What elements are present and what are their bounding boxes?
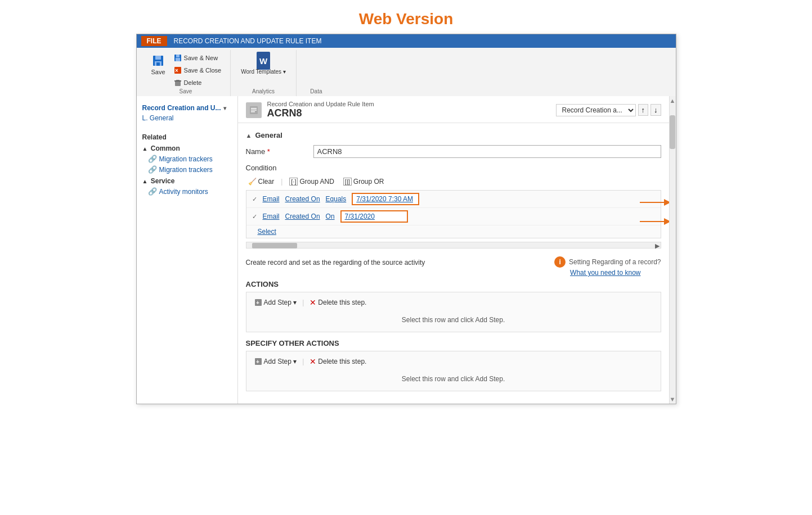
ribbon-analytics-buttons: W Word Templates ▾: [237, 52, 289, 88]
svg-rect-3: [156, 62, 160, 66]
general-section-header: ▲ General: [246, 131, 661, 139]
data-group-label: Data: [310, 88, 322, 96]
horizontal-scrollbar[interactable]: ▶: [246, 242, 661, 249]
actions-placeholder: Select this row and click Add Step.: [252, 313, 655, 327]
info-link[interactable]: What you need to know: [570, 269, 640, 277]
actions-label: ACTIONS: [246, 280, 661, 288]
record-name: ACRN8: [267, 107, 374, 119]
clear-icon: 🧹: [248, 178, 257, 186]
name-input[interactable]: [313, 145, 661, 158]
name-field-row: Name: [246, 145, 661, 158]
sidebar-item-activity-monitors[interactable]: 🔗 Activity monitors: [137, 186, 237, 197]
svg-text:×: ×: [175, 67, 178, 74]
save-close-icon: ×: [173, 66, 182, 75]
specify-divider-1: |: [302, 358, 304, 365]
service-collapse-icon[interactable]: ▲: [142, 178, 148, 184]
actions-delete-button[interactable]: ✕ Delete this step.: [307, 297, 369, 308]
word-templates-icon: W: [257, 54, 270, 67]
specify-actions-toolbar: + Add Step ▾ | ✕ Delete this step.: [252, 356, 655, 367]
scroll-right-icon[interactable]: ▶: [655, 242, 660, 250]
vscroll-down-btn[interactable]: ▼: [670, 396, 676, 403]
record-title-block: Record Creation and Update Rule Item ACR…: [267, 101, 374, 119]
record-nav-down-button[interactable]: ↓: [651, 104, 661, 116]
save-close-button[interactable]: × Save & Close: [171, 65, 224, 76]
cond-value-1[interactable]: 7/31/2020 7:30 AM: [352, 193, 419, 205]
sidebar-item-migration-1[interactable]: 🔗 Migration trackers: [137, 153, 237, 164]
activity-icon: 🔗: [148, 187, 157, 196]
ribbon-group-analytics: W Word Templates ▾ Analytics: [231, 50, 297, 96]
ribbon-save-vert: Save & New × Save & Close: [171, 52, 224, 88]
cond-column-1[interactable]: Created On: [285, 195, 320, 203]
group-or-icon: [|]: [343, 178, 352, 186]
ribbon-save-buttons: Save Save & New: [148, 52, 224, 88]
cond-check-1: ✓: [252, 196, 257, 203]
page-title: Web Version: [0, 0, 812, 34]
cond-field-2[interactable]: Email: [263, 213, 280, 220]
analytics-group-label: Analytics: [252, 88, 275, 96]
cond-value-2[interactable]: 7/31/2020: [340, 210, 408, 223]
save-new-label: Save & New: [184, 55, 218, 61]
save-label: Save: [151, 69, 165, 75]
group-and-icon: [·]: [289, 178, 298, 186]
record-nav-select[interactable]: Record Creation a...: [556, 104, 636, 116]
condition-label: Condition: [246, 164, 661, 172]
cond-operator-1[interactable]: Equals: [326, 195, 347, 203]
clear-button[interactable]: 🧹 Clear: [246, 177, 277, 187]
info-main-text: Setting Regarding of a record?: [569, 258, 661, 266]
ribbon-tab-active: RECORD CREATION AND UPDATE RULE ITEM: [174, 37, 322, 45]
vertical-scrollbar[interactable]: ▲ ▼: [669, 96, 676, 404]
ribbon-group-data: Data: [297, 50, 336, 96]
content-with-scroll: Record Creation and Update Rule Item ACR…: [238, 96, 676, 404]
cond-field-1[interactable]: Email: [263, 195, 280, 203]
app-window: FILE RECORD CREATION AND UPDATE RULE ITE…: [136, 34, 676, 404]
record-nav-up-button[interactable]: ↑: [638, 104, 649, 116]
svg-text:+: +: [256, 300, 259, 306]
info-icon: i: [554, 256, 566, 268]
info-setting-row: i Setting Regarding of a record?: [554, 256, 661, 268]
condition-area: ✓ Email Created On Equals 7/31/2020 7:30…: [246, 190, 661, 238]
save-button[interactable]: Save: [148, 52, 169, 77]
actions-toolbar: + Add Step ▾ | ✕ Delete this step.: [252, 297, 655, 308]
svg-rect-14: [251, 110, 257, 111]
cond-select-link[interactable]: Select: [258, 228, 276, 236]
svg-rect-6: [176, 58, 180, 61]
page-wrapper: Web Version FILE RECORD CREATION AND UPD…: [0, 0, 812, 427]
info-and-create-row: Create record and set as the regarding o…: [246, 256, 661, 277]
record-header-left: Record Creation and Update Rule Item ACR…: [246, 101, 374, 119]
add-step-icon: +: [254, 299, 262, 306]
svg-rect-13: [251, 108, 257, 109]
condition-row-2: ✓ Email Created On On 7/31/2020: [246, 208, 661, 225]
record-header: Record Creation and Update Rule Item ACR…: [238, 96, 669, 123]
cond-check-2: ✓: [252, 213, 257, 220]
ribbon-tab-bar: FILE RECORD CREATION AND UPDATE RULE ITE…: [137, 34, 676, 48]
common-collapse-icon[interactable]: ▲: [142, 146, 148, 152]
save-new-button[interactable]: Save & New: [171, 52, 224, 64]
record-header-right: Record Creation a... ↑ ↓: [556, 104, 661, 116]
actions-add-step-button[interactable]: + Add Step ▾: [252, 297, 299, 308]
specify-delete-icon: ✕: [309, 357, 316, 366]
specify-add-step-button[interactable]: + Add Step ▾: [252, 356, 299, 367]
sidebar-arrow-icon[interactable]: ▾: [223, 105, 226, 111]
word-templates-button[interactable]: W Word Templates ▾: [237, 52, 289, 76]
svg-rect-5: [176, 55, 180, 57]
specify-actions-box: + Add Step ▾ | ✕ Delete this step.: [246, 351, 661, 391]
cond-operator-2[interactable]: On: [326, 213, 335, 220]
sidebar-item-migration-2[interactable]: 🔗 Migration trackers: [137, 164, 237, 175]
delete-icon: [173, 78, 182, 87]
specify-actions-placeholder: Select this row and click Add Step.: [252, 372, 655, 386]
delete-button[interactable]: Delete: [171, 77, 224, 88]
general-collapse-btn[interactable]: ▲: [246, 132, 252, 139]
annotation-a-arrow: [640, 198, 669, 207]
record-type-label: Record Creation and Update Rule Item: [267, 101, 374, 107]
delete-step-icon: ✕: [309, 298, 316, 307]
specify-delete-button[interactable]: ✕ Delete this step.: [307, 356, 369, 367]
svg-text:+: +: [256, 359, 259, 365]
create-record-text: Create record and set as the regarding o…: [246, 256, 425, 266]
content-area: Record Creation and Update Rule Item ACR…: [238, 96, 669, 404]
vscroll-up-btn[interactable]: ▲: [670, 97, 676, 104]
file-tab[interactable]: FILE: [141, 36, 167, 46]
group-and-button[interactable]: [·] Group AND: [287, 177, 337, 187]
cond-column-2[interactable]: Created On: [285, 213, 320, 220]
name-field-label: Name: [246, 147, 313, 156]
group-or-button[interactable]: [|] Group OR: [341, 177, 387, 187]
